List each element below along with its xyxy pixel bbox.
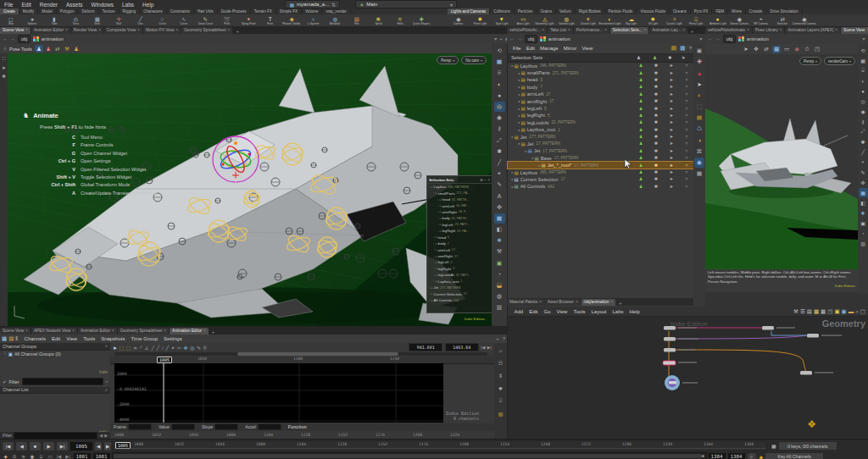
menu-item[interactable]: Channels — [21, 336, 48, 341]
selection-set-row[interactable]: ◦ ⌗ body 65, PATTE... — [427, 215, 492, 221]
range-start-field[interactable]: 1001 — [73, 452, 92, 459]
row-walk-icon[interactable]: ♟ — [633, 134, 648, 140]
pose-tool-icon[interactable]: ♟ — [35, 45, 43, 53]
key-all-channels-button[interactable]: Key All Channels — [765, 452, 824, 459]
row-crop-icon[interactable]: ⌗ — [679, 184, 694, 190]
search-icon[interactable]: ⌕ — [105, 387, 108, 393]
graph-side-icon[interactable]: ❖ — [496, 383, 506, 395]
shelf-tool[interactable]: ✦ Spray Paint — [238, 14, 260, 27]
selection-set-row[interactable]: ◦ ⌗ body 7 — [427, 241, 492, 246]
expand-icon[interactable]: ● — [518, 107, 520, 111]
pane-tab[interactable]: Composite View × — [104, 27, 142, 34]
display-option-icon[interactable]: ▥ — [859, 239, 868, 248]
side-tool-icon[interactable]: ♺ — [694, 124, 704, 134]
selection-set-row[interactable]: ● ▤ Jet 17, PATTERN ♟ ✱ ➤ ⌗ — [508, 141, 694, 147]
selection-set-row[interactable]: ◦ ⌗ armRight 17 — [427, 253, 492, 259]
pane-tab[interactable]: APEX Network View × — [31, 328, 77, 335]
playback-option-icon[interactable]: ≋ — [19, 454, 27, 459]
range-start-field[interactable]: 941.601 — [409, 343, 442, 351]
menu-item[interactable]: View — [579, 46, 595, 51]
menu-item[interactable]: Windows — [87, 2, 118, 8]
shelf-tab[interactable]: Crowds — [746, 8, 767, 14]
pane-tab[interactable]: vehiclePilotsAnimate × — [705, 27, 752, 34]
frame-range-slider[interactable]: ◀ — [112, 452, 707, 459]
menu-item[interactable]: Edit — [48, 336, 63, 341]
row-flake-icon[interactable]: ✱ — [648, 127, 664, 133]
shelf-tool[interactable]: ⌻ Portal Light — [686, 14, 708, 27]
shelf-tool[interactable]: ☁ Sky Light — [620, 14, 643, 27]
playback-option-icon[interactable]: ▭ — [47, 454, 54, 459]
pin-icon[interactable]: + — [496, 336, 499, 341]
shelf-tool[interactable]: ◐ Environment Light — [599, 14, 621, 27]
shelf-tool[interactable]: ✧ Caustic Light — [664, 14, 686, 27]
row-crop-icon[interactable]: ⌗ — [679, 163, 694, 169]
selection-set-row[interactable]: ◦ ⌗ Current Selection 17 — [427, 290, 492, 296]
filter-input[interactable] — [22, 378, 103, 385]
expand-icon[interactable]: ● — [511, 185, 513, 189]
row-crop-icon[interactable]: ⌗ — [679, 127, 694, 133]
persp-menu-button[interactable]: Persp▾ — [799, 57, 821, 65]
selection-set-row[interactable]: ● ▤ Current Selection 17 ♟ ✱ ➤ ⌗ — [508, 176, 694, 183]
folder-icon[interactable]: ▤ — [670, 45, 676, 52]
side-tool-icon[interactable]: ◑ — [694, 135, 704, 146]
expand-icon[interactable]: ● — [518, 120, 520, 124]
display-option-icon[interactable]: ◉ — [859, 107, 868, 116]
row-cursor-icon[interactable]: ➤ — [664, 148, 679, 154]
pane-tab[interactable]: Animation Layers [APEX] × — [785, 27, 840, 34]
viewport-strip-icon[interactable]: ➤ — [2, 65, 6, 70]
shelf-tab[interactable]: Deform — [78, 8, 98, 14]
graph-bottom-ruler[interactable]: 1008103210561080110411281152117612001224 — [114, 431, 487, 439]
viewport-strip-icon[interactable]: ✥ — [2, 74, 6, 79]
network-tool-icon[interactable]: ▣ — [834, 308, 839, 315]
shelf-tool[interactable]: ▮ Tube — [43, 14, 65, 27]
shelf-tool[interactable]: ∿ Curve — [173, 14, 195, 27]
display-option-icon[interactable]: ╱ — [494, 158, 505, 168]
expand-icon[interactable]: ◦ — [429, 286, 430, 290]
path-dropdown-icon[interactable]: ▾ — [862, 36, 865, 41]
shelf-tool[interactable]: ● Sphere — [22, 14, 44, 27]
panel-lock-icon[interactable]: ⚿ — [480, 178, 482, 182]
pane-tab-close-icon[interactable]: × — [542, 28, 545, 32]
expand-icon[interactable]: ◦ — [429, 292, 430, 296]
selection-set-row[interactable]: ● ▤ legLeft 5 ♟ ✱ ➤ ⌗ — [508, 105, 694, 112]
value-field[interactable] — [171, 423, 195, 430]
display-option-icon[interactable]: ▣ — [859, 218, 868, 228]
search-icon[interactable]: ⌕ — [105, 343, 108, 349]
display-option-icon[interactable]: ⌖ — [859, 158, 868, 167]
row-walk-icon[interactable]: ♟ — [633, 176, 648, 182]
side-tool-icon[interactable]: ▣ — [694, 46, 704, 56]
pin-icon[interactable]: + — [499, 36, 503, 41]
network-tool-icon[interactable]: ☰ — [800, 308, 805, 315]
forward-icon[interactable]: → — [10, 36, 15, 41]
menu-item[interactable]: Edit — [526, 309, 541, 314]
pane-tab-close-icon[interactable]: × — [137, 28, 140, 32]
col-icon-flake[interactable]: ✱ — [668, 55, 672, 60]
row-crop-icon[interactable]: ⌗ — [679, 77, 694, 83]
pane-tab[interactable]: Geometry Spreadsheet × — [181, 27, 232, 34]
range-start2-field[interactable]: 1001 — [92, 452, 111, 459]
row-crop-icon[interactable]: ⌗ — [679, 91, 694, 97]
frame-step-back-button[interactable]: ◀ — [94, 441, 103, 451]
playback-option-icon[interactable]: ⌸ — [37, 454, 45, 459]
shelf-tab[interactable]: Lights and Cameras — [448, 8, 490, 14]
row-walk-icon[interactable]: ♟ — [633, 77, 648, 83]
expand-icon[interactable]: ● — [525, 149, 526, 153]
row-cursor-icon[interactable]: ➤ — [664, 176, 679, 182]
shelf-tab[interactable]: Constraints — [167, 8, 194, 14]
expand-icon[interactable]: ◦ — [433, 274, 434, 277]
row-walk-icon[interactable]: ♟ — [633, 119, 648, 125]
network-tool-icon[interactable]: ▣ — [842, 308, 847, 315]
row-cursor-icon[interactable]: ➤ — [664, 134, 679, 140]
transport-button[interactable]: ■ — [29, 441, 42, 451]
playback-option-icon[interactable]: ◉ — [29, 454, 36, 459]
selection-set-row[interactable]: ◦ ⌗ Laythos_root 1 — [427, 279, 492, 285]
expand-icon[interactable]: ● — [518, 99, 520, 103]
viewport-tool-icon[interactable]: ➤ — [742, 46, 750, 53]
forward-icon[interactable]: → — [715, 36, 721, 41]
row-walk-icon[interactable]: ♟ — [633, 113, 648, 119]
display-option-icon[interactable]: ◐ — [494, 80, 505, 90]
pane-tab-close-icon[interactable]: × — [203, 329, 206, 333]
pose-tool-icon[interactable]: ♟ — [44, 45, 53, 53]
display-option-icon[interactable]: ✱ — [859, 137, 868, 147]
row-walk-icon[interactable]: ♟ — [633, 184, 648, 190]
